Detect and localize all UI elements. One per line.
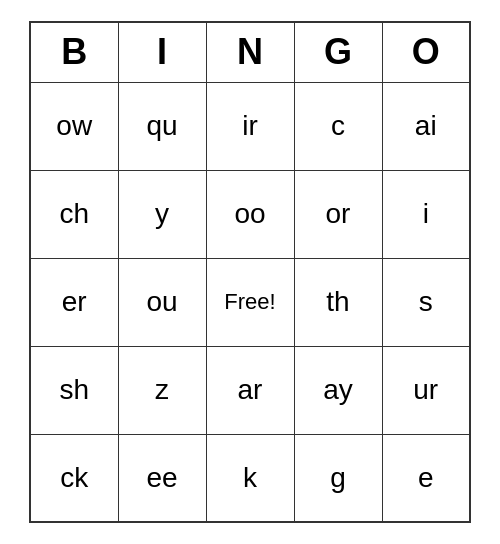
table-cell: ou [118,258,206,346]
table-cell: ch [30,170,118,258]
table-cell: ee [118,434,206,522]
table-cell: oo [206,170,294,258]
table-cell: c [294,82,382,170]
table-cell: qu [118,82,206,170]
table-cell: k [206,434,294,522]
header-cell: G [294,22,382,82]
table-cell: ir [206,82,294,170]
table-cell: i [382,170,470,258]
table-cell: s [382,258,470,346]
table-cell: ar [206,346,294,434]
table-row: erouFree!ths [30,258,470,346]
table-cell: th [294,258,382,346]
table-cell: ck [30,434,118,522]
bingo-card: BINGO owquircaichyooorierouFree!thsshzar… [29,21,471,523]
header-cell: O [382,22,470,82]
table-row: ckeekge [30,434,470,522]
table-cell: ur [382,346,470,434]
table-cell: or [294,170,382,258]
header-row: BINGO [30,22,470,82]
table-cell: ow [30,82,118,170]
table-row: shzarayur [30,346,470,434]
table-cell: ay [294,346,382,434]
table-cell: z [118,346,206,434]
table-cell: er [30,258,118,346]
table-cell: g [294,434,382,522]
table-row: owquircai [30,82,470,170]
table-cell: e [382,434,470,522]
header-cell: I [118,22,206,82]
bingo-table: BINGO owquircaichyooorierouFree!thsshzar… [29,21,471,523]
header-cell: B [30,22,118,82]
table-row: chyooori [30,170,470,258]
table-cell: Free! [206,258,294,346]
table-cell: sh [30,346,118,434]
table-cell: y [118,170,206,258]
table-cell: ai [382,82,470,170]
header-cell: N [206,22,294,82]
